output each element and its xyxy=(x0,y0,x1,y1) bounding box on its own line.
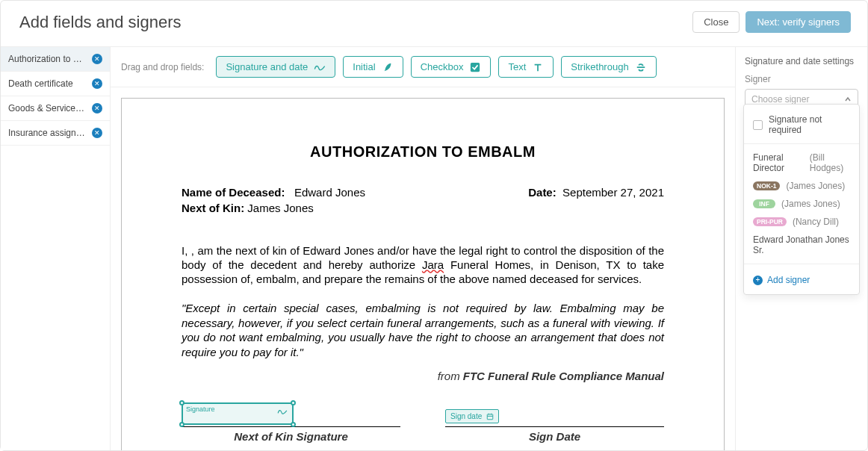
signature-field-label: Signature xyxy=(186,405,215,413)
sidebar-item-death-certificate[interactable]: Death certificate ✕ xyxy=(1,72,110,96)
sidebar-item-authorization[interactable]: Authorization to Emb... ✕ xyxy=(1,47,110,72)
option-paren: (Nancy Dill) xyxy=(793,217,839,227)
resize-handle[interactable] xyxy=(291,422,296,427)
role-tag: NOK-1 xyxy=(753,181,780,190)
sidebar-item-label: Goods & Services cont... xyxy=(8,103,87,113)
sidebar-item-label: Death certificate xyxy=(8,78,87,89)
option-label: Edward Jonathan Jones Sr. xyxy=(753,234,850,255)
name-label: Name of Deceased: xyxy=(182,186,285,199)
name-value: Edward Jones xyxy=(294,186,365,199)
calendar-icon xyxy=(486,413,494,420)
sidebar-item-insurance[interactable]: Insurance assignment... ✕ xyxy=(1,121,110,146)
signer-dropdown: Signature not required Funeral Director … xyxy=(743,104,860,295)
role-tag: INF xyxy=(753,199,775,208)
chip-label: Text xyxy=(508,61,526,72)
signer-option-not-required[interactable]: Signature not required xyxy=(744,111,859,139)
chip-label: Initial xyxy=(353,61,375,72)
option-paren: (James Jones) xyxy=(781,199,840,209)
field-chip-initial[interactable]: Initial xyxy=(343,56,403,78)
settings-panel: Signature and date settings Signer Choos… xyxy=(735,47,867,450)
text-icon xyxy=(532,62,544,72)
doc-title: AUTHORIZATION TO EMBALM xyxy=(182,143,664,161)
select-placeholder: Choose signer xyxy=(751,94,809,105)
doc-quote: "Except in certain special cases, embalm… xyxy=(182,301,664,359)
field-chip-checkbox[interactable]: Checkbox xyxy=(411,56,492,78)
nok-label: Next of Kin: xyxy=(182,202,244,214)
signature-field[interactable]: Signature xyxy=(182,402,294,425)
divider xyxy=(744,143,859,144)
signer-label: Signer xyxy=(745,74,858,84)
remove-doc-icon[interactable]: ✕ xyxy=(92,78,102,89)
field-toolbar: Drag and drop fields: Signature and date… xyxy=(111,47,735,87)
document-sidebar: Authorization to Emb... ✕ Death certific… xyxy=(1,47,111,450)
chip-label: Strikethrough xyxy=(571,61,628,72)
option-label: Funeral Director xyxy=(753,152,804,173)
field-chip-signature-date[interactable]: Signature and date xyxy=(216,56,335,78)
date-value: September 27, 2021 xyxy=(562,186,664,199)
remove-doc-icon[interactable]: ✕ xyxy=(92,128,102,138)
add-signer-label: Add signer xyxy=(767,275,810,285)
svg-rect-1 xyxy=(488,414,494,420)
field-chip-strikethrough[interactable]: Strikethrough xyxy=(561,56,656,78)
signer-option-edward[interactable]: Edward Jonathan Jones Sr. xyxy=(744,231,859,259)
remove-doc-icon[interactable]: ✕ xyxy=(92,54,102,64)
signature-caption-left: Next of Kin Signature xyxy=(182,430,400,443)
date-field-label: Sign date xyxy=(450,412,482,420)
sidebar-item-label: Authorization to Emb... xyxy=(8,54,87,64)
resize-handle[interactable] xyxy=(179,400,185,405)
sign-date-field[interactable]: Sign date xyxy=(445,409,499,423)
resize-handle[interactable] xyxy=(179,422,185,427)
svg-rect-0 xyxy=(471,62,480,71)
doc-paragraph: I, , am the next of kin of Edward Jones … xyxy=(182,244,664,286)
resize-handle[interactable] xyxy=(291,400,296,405)
signer-option-pripur[interactable]: PRI-PUR (Nancy Dill) xyxy=(744,213,859,231)
divider xyxy=(744,264,859,264)
chip-label: Checkbox xyxy=(421,61,464,72)
checkbox-icon[interactable] xyxy=(753,120,763,130)
signature-line-left: Signature xyxy=(182,399,400,427)
chevron-up-icon xyxy=(844,96,852,103)
next-verify-signers-button[interactable]: Next: verify signers xyxy=(745,11,851,33)
signature-caption-right: Sign Date xyxy=(445,430,664,443)
signature-icon xyxy=(314,62,326,72)
close-button[interactable]: Close xyxy=(692,11,740,33)
chip-label: Signature and date xyxy=(226,61,308,72)
option-paren: (Bill Hodges) xyxy=(810,152,850,173)
signer-option-inf[interactable]: INF (James Jones) xyxy=(744,195,859,213)
date-label: Date: xyxy=(528,186,557,199)
strikethrough-icon xyxy=(635,62,647,72)
signer-option-funeral-director[interactable]: Funeral Director (Bill Hodges) xyxy=(744,149,859,177)
page-title: Add fields and signers xyxy=(19,13,181,32)
field-chip-text[interactable]: Text xyxy=(498,56,554,78)
document-page[interactable]: AUTHORIZATION TO EMBALM Name of Deceased… xyxy=(121,98,725,450)
checkbox-icon xyxy=(469,62,481,72)
remove-doc-icon[interactable]: ✕ xyxy=(92,103,102,113)
option-paren: (James Jones) xyxy=(786,181,845,191)
role-tag: PRI-PUR xyxy=(753,217,787,226)
signer-option-nok1[interactable]: NOK-1 (James Jones) xyxy=(744,177,859,195)
signature-icon xyxy=(277,407,288,416)
toolbar-hint: Drag and drop fields: xyxy=(121,62,204,72)
sidebar-item-label: Insurance assignment... xyxy=(8,128,87,138)
doc-attribution: from FTC Funeral Rule Compliance Manual xyxy=(182,370,664,382)
add-signer-button[interactable]: + Add signer xyxy=(744,269,859,287)
option-label: Signature not required xyxy=(769,114,850,135)
panel-title: Signature and date settings xyxy=(745,56,858,66)
plus-icon: + xyxy=(753,276,763,285)
nok-value: James Jones xyxy=(247,202,313,214)
feather-icon xyxy=(382,62,394,72)
spell-underline: Jara xyxy=(422,258,444,271)
signature-line-right: Sign date xyxy=(445,399,664,427)
sidebar-item-goods-services[interactable]: Goods & Services cont... ✕ xyxy=(1,96,110,121)
